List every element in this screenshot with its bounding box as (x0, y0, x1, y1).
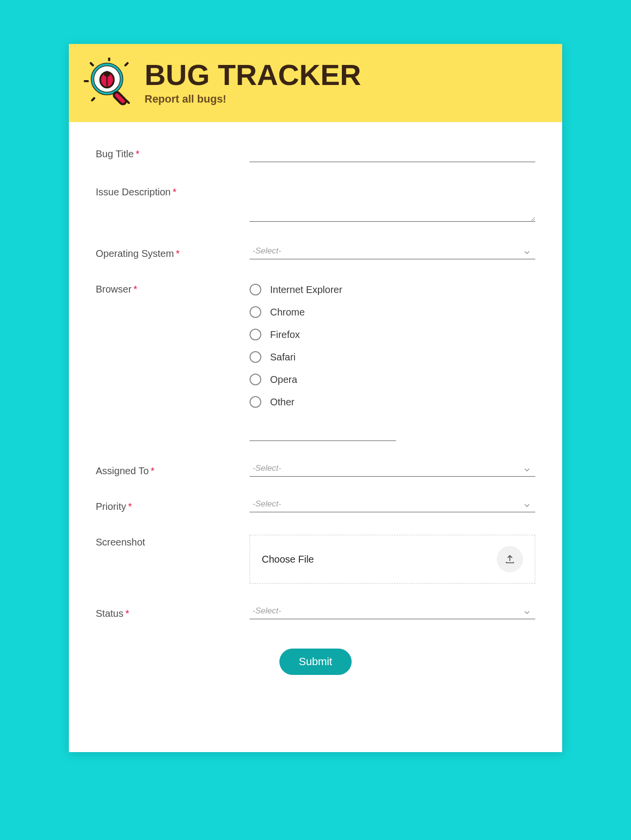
radio-icon (250, 374, 261, 385)
radio-icon (250, 396, 261, 408)
svg-line-1 (91, 63, 93, 65)
priority-placeholder: -Select- (250, 499, 281, 508)
chevron-down-icon (523, 501, 529, 508)
priority-select[interactable]: -Select- (250, 499, 535, 512)
radio-label: Opera (270, 374, 297, 385)
browser-option-chrome[interactable]: Chrome (250, 306, 535, 318)
upload-icon (497, 546, 523, 572)
screenshot-upload[interactable]: Choose File (250, 535, 535, 584)
screenshot-label: Screenshot (96, 535, 250, 548)
browser-option-internet-explorer[interactable]: Internet Explorer (250, 284, 535, 295)
issue-description-textarea[interactable] (250, 185, 535, 222)
browser-option-safari[interactable]: Safari (250, 351, 535, 363)
priority-label: Priority* (96, 499, 250, 512)
radio-label: Firefox (270, 329, 300, 340)
browser-option-firefox[interactable]: Firefox (250, 329, 535, 340)
issue-description-label: Issue Description* (96, 185, 250, 198)
radio-icon (250, 284, 261, 295)
svg-line-4 (92, 98, 94, 100)
assigned-to-placeholder: -Select- (250, 463, 281, 473)
choose-file-label: Choose File (262, 554, 314, 565)
bug-title-label: Bug Title* (96, 147, 250, 160)
chevron-down-icon (523, 248, 529, 255)
radio-label: Safari (270, 352, 295, 363)
assigned-to-select[interactable]: -Select- (250, 463, 535, 477)
radio-icon (250, 306, 261, 318)
radio-label: Chrome (270, 307, 305, 318)
header-banner: BUG TRACKER Report all bugs! (69, 44, 562, 122)
svg-rect-11 (113, 91, 127, 105)
radio-icon (250, 329, 261, 340)
operating-system-placeholder: -Select- (250, 246, 281, 255)
radio-icon (250, 351, 261, 363)
operating-system-label: Operating System* (96, 246, 250, 259)
chevron-down-icon (523, 608, 529, 615)
bug-magnifier-icon (84, 58, 135, 109)
app-title: BUG TRACKER (145, 61, 361, 90)
chevron-down-icon (523, 465, 529, 472)
status-label: Status* (96, 606, 250, 619)
radio-label: Internet Explorer (270, 284, 342, 295)
bug-title-input[interactable] (250, 147, 535, 162)
svg-point-9 (104, 71, 110, 77)
form-card: BUG TRACKER Report all bugs! Bug Title* … (69, 44, 562, 752)
svg-line-2 (126, 63, 127, 65)
status-select[interactable]: -Select- (250, 606, 535, 619)
form-body: Bug Title* Issue Description* Operating … (69, 122, 562, 709)
browser-other-input[interactable] (250, 429, 396, 441)
browser-option-other[interactable]: Other (250, 396, 535, 408)
browser-option-opera[interactable]: Opera (250, 374, 535, 385)
operating-system-select[interactable]: -Select- (250, 246, 535, 259)
status-placeholder: -Select- (250, 606, 281, 615)
app-subtitle: Report all bugs! (145, 93, 361, 105)
assigned-to-label: Assigned To* (96, 463, 250, 477)
submit-button[interactable]: Submit (279, 649, 352, 675)
browser-label: Browser* (96, 282, 250, 295)
radio-label: Other (270, 397, 294, 408)
